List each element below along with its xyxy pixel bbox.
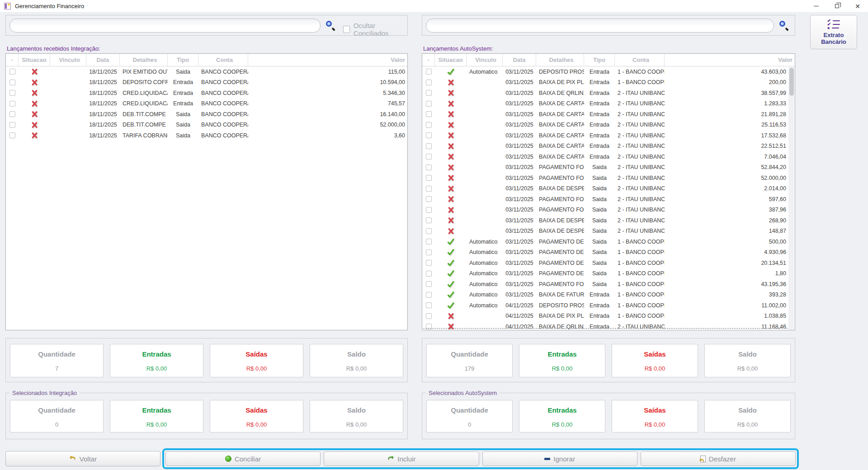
voltar-button[interactable]: Voltar — [5, 451, 160, 466]
hide-reconciled-checkbox[interactable]: Ocultar Conciliados — [343, 22, 407, 37]
row-checkbox[interactable] — [426, 313, 432, 319]
row-checkbox[interactable] — [426, 164, 432, 170]
search-icon[interactable] — [325, 20, 336, 31]
table-row[interactable]: 18/11/2025 PIX EMITIDO OUTI Saida BANCO … — [6, 66, 407, 77]
row-checkbox[interactable] — [426, 260, 432, 266]
row-checkbox[interactable] — [426, 271, 432, 277]
table-row[interactable]: Automatico 03/11/2025 PAGAMENTO FOR Said… — [422, 279, 788, 290]
row-clip-dashed-line — [423, 328, 788, 329]
column-header-[interactable]: - — [422, 54, 435, 66]
column-header-tipo[interactable]: Tipo — [168, 54, 198, 66]
checkbox-box[interactable] — [343, 26, 350, 33]
row-checkbox[interactable] — [9, 111, 15, 117]
table-row[interactable]: Automatico 03/11/2025 PAGAMENTO DES Said… — [422, 236, 788, 247]
table-row[interactable]: Automatico 03/11/2025 PAGAMENTO DES Said… — [422, 247, 788, 258]
column-header-detalhes[interactable]: Detalhes — [536, 54, 584, 66]
column-header-valor[interactable]: Valor — [248, 54, 407, 66]
table-row[interactable]: 03/11/2025 PAGAMENTO FOR Saida 2 - ITAU … — [422, 173, 788, 183]
table-row[interactable]: 03/11/2025 BAIXA DE PIX PLU Entrada 1 - … — [422, 77, 788, 88]
column-header-detalhes[interactable]: Detalhes — [120, 54, 168, 66]
table-row[interactable]: Automatico 03/11/2025 PAGAMENTO DES Said… — [422, 258, 788, 268]
column-header-tipo[interactable]: Tipo — [584, 54, 615, 66]
column-header-situacao[interactable]: Situacao — [435, 54, 467, 66]
column-header-conta[interactable]: Conta — [615, 54, 665, 66]
column-header-vinculo[interactable]: Vinculo — [467, 54, 503, 66]
column-header-[interactable]: - — [6, 54, 19, 66]
table-row[interactable]: Automatico 03/11/2025 PAGAMENTO DES Said… — [422, 268, 788, 279]
row-checkbox[interactable] — [426, 324, 432, 329]
table-row[interactable]: Automatico 03/11/2025 DEPOSITO PROSSI En… — [422, 66, 788, 77]
column-header-data[interactable]: Data — [503, 54, 536, 66]
table-row[interactable]: 18/11/2025 DEPOSITO COFRE Entrada BANCO … — [6, 77, 407, 88]
table-row[interactable]: 03/11/2025 BAIXA DE CARTAC Entrada 2 - I… — [422, 99, 788, 109]
table-row[interactable]: 03/11/2025 BAIXA DE CARTAC Entrada 2 - I… — [422, 141, 788, 152]
table-row[interactable]: Automatico 03/11/2025 BAIXA DE FATURA En… — [422, 290, 788, 301]
table-row[interactable]: 03/11/2025 PAGAMENTO FOR Saida 2 - ITAU … — [422, 162, 788, 173]
row-checkbox[interactable] — [426, 69, 432, 75]
incluir-button[interactable]: Incluir — [324, 451, 479, 466]
ignorar-button[interactable]: Ignorar — [482, 451, 637, 466]
vertical-scrollbar[interactable] — [788, 67, 794, 329]
scrollbar-thumb[interactable] — [789, 68, 794, 96]
row-checkbox[interactable] — [426, 132, 432, 138]
table-row[interactable]: 03/11/2025 BAIXA DE CARTAC Entrada 2 - I… — [422, 130, 788, 141]
extrato-bancario-button[interactable]: ✔ ✔ ● Extrato Bancário — [810, 15, 857, 49]
row-checkbox[interactable] — [426, 122, 432, 128]
row-checkbox[interactable] — [426, 154, 432, 160]
table-row[interactable]: 18/11/2025 TARIFA COBRANC Saida BANCO CO… — [6, 130, 407, 141]
row-checkbox[interactable] — [426, 281, 432, 287]
table-row[interactable]: 03/11/2025 BAIXA DE CARTAC Entrada 2 - I… — [422, 151, 788, 162]
row-checkbox[interactable] — [426, 111, 432, 117]
table-row[interactable]: 03/11/2025 BAIXA DE CARTAC Entrada 2 - I… — [422, 109, 788, 120]
row-checkbox[interactable] — [9, 80, 15, 85]
row-checkbox[interactable] — [426, 239, 432, 244]
search-input-integration[interactable] — [9, 19, 321, 33]
table-row[interactable]: 03/11/2025 BAIXA DE DESPES, Saida 2 - IT… — [422, 183, 788, 194]
cell-data: 03/11/2025 — [503, 151, 536, 162]
table-row[interactable]: 03/11/2025 BAIXA DE DESPES, Saida 2 - IT… — [422, 226, 788, 237]
row-checkbox[interactable] — [9, 122, 15, 128]
table-row[interactable]: Automatico 04/11/2025 DEPOSITO PROSSI En… — [422, 300, 788, 311]
table-row[interactable]: 03/11/2025 BAIXA DE DESPES, Saida 2 - IT… — [422, 215, 788, 226]
table-row[interactable]: 18/11/2025 DEB.TIT.COMPE EF Saida BANCO … — [6, 109, 407, 120]
row-checkbox[interactable] — [426, 249, 432, 255]
row-checkbox[interactable] — [9, 132, 15, 138]
check-icon — [447, 291, 454, 298]
row-checkbox[interactable] — [426, 143, 432, 149]
table-row[interactable]: 18/11/2025 DEB.TIT.COMPE EF Saida BANCO … — [6, 120, 407, 131]
table-row[interactable]: 18/11/2025 CRED.LIQUIDACA( Entrada BANCO… — [6, 88, 407, 99]
row-checkbox[interactable] — [426, 80, 432, 85]
search-input-autosystem[interactable] — [426, 19, 774, 33]
row-checkbox[interactable] — [426, 101, 432, 107]
column-header-valor[interactable]: Valor — [665, 54, 795, 66]
table-row[interactable]: 03/11/2025 BAIXA DE CARTAC Entrada 2 - I… — [422, 120, 788, 131]
row-checkbox[interactable] — [426, 292, 432, 298]
column-header-data[interactable]: Data — [86, 54, 120, 66]
row-checkbox[interactable] — [426, 302, 432, 308]
table-row[interactable]: 03/11/2025 PAGAMENTO FOR Saida 2 - ITAU … — [422, 205, 788, 216]
row-checkbox[interactable] — [426, 196, 432, 202]
row-checkbox[interactable] — [426, 90, 432, 96]
search-icon[interactable] — [778, 20, 789, 31]
column-header-situacao[interactable]: Situacao — [19, 54, 50, 66]
row-checkbox[interactable] — [9, 101, 15, 107]
close-button[interactable]: ✕ — [847, 0, 868, 12]
row-checkbox[interactable] — [426, 228, 432, 234]
row-checkbox[interactable] — [426, 186, 432, 192]
row-checkbox[interactable] — [9, 90, 15, 96]
row-checkbox[interactable] — [426, 175, 432, 181]
table-row[interactable]: 03/11/2025 PAGAMENTO FOR Saida 2 - ITAU … — [422, 194, 788, 205]
selected-panel-autosystem: Selecionados AutoSystem Quantidade 0 Ent… — [422, 390, 795, 439]
restore-button[interactable] — [826, 0, 847, 12]
row-checkbox[interactable] — [426, 217, 432, 223]
row-checkbox[interactable] — [9, 69, 15, 75]
table-row[interactable]: 04/11/2025 BAIXA DE PIX PLU Entrada 1 - … — [422, 311, 788, 322]
column-header-vinculo[interactable]: Vinculo — [50, 54, 86, 66]
column-header-conta[interactable]: Conta — [198, 54, 248, 66]
desfazer-button[interactable]: Desfazer — [641, 451, 796, 466]
conciliar-button[interactable]: Conciliar — [165, 451, 321, 466]
row-checkbox[interactable] — [426, 207, 432, 213]
table-row[interactable]: 03/11/2025 BAIXA DE QRLINX Entrada 2 - I… — [422, 88, 788, 99]
table-row[interactable]: 18/11/2025 CRED.LIQUIDACA( Entrada BANCO… — [6, 99, 407, 109]
minimize-button[interactable] — [806, 0, 826, 12]
